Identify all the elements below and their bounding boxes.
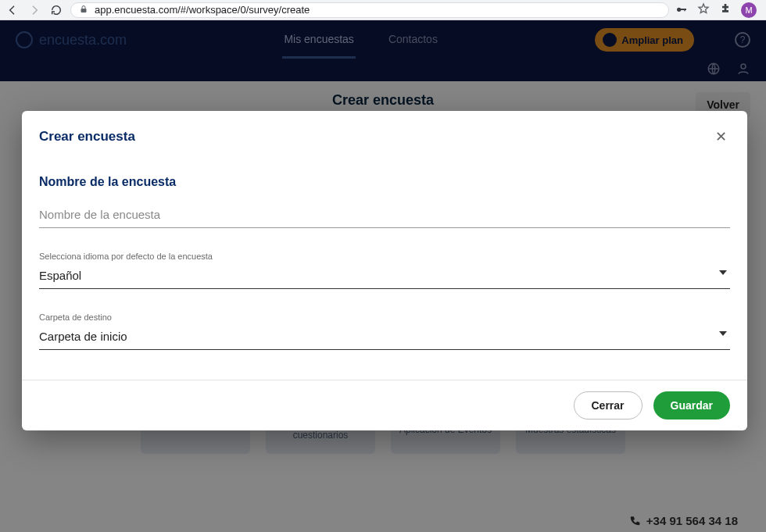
url-text: app.encuesta.com/#/workspace/0/survey/cr… <box>95 4 310 16</box>
modal-title: Crear encuesta <box>39 129 135 145</box>
reload-icon[interactable] <box>48 2 64 18</box>
modal-header: Crear encuesta ✕ <box>22 111 747 158</box>
star-icon[interactable] <box>697 2 710 18</box>
key-icon[interactable] <box>675 2 688 18</box>
chevron-down-icon <box>719 270 727 275</box>
browser-bar: app.encuesta.com/#/workspace/0/survey/cr… <box>0 0 766 20</box>
svg-rect-2 <box>680 9 686 10</box>
language-field: Selecciona idioma por defecto de la encu… <box>39 252 730 289</box>
lock-icon <box>79 5 88 16</box>
forward-arrow-icon[interactable] <box>27 2 42 18</box>
modal-footer: Cerrar Guardar <box>22 380 747 430</box>
profile-avatar[interactable]: M <box>741 2 757 18</box>
svg-rect-0 <box>81 9 87 12</box>
folder-value: Carpeta de inicio <box>39 330 730 343</box>
modal-body: Nombre de la encuesta Selecciona idioma … <box>22 158 747 380</box>
svg-rect-3 <box>684 9 685 11</box>
close-icon[interactable]: ✕ <box>712 125 730 148</box>
chrome-icons: M <box>675 2 761 18</box>
language-hint: Selecciona idioma por defecto de la encu… <box>39 252 730 261</box>
url-bar[interactable]: app.encuesta.com/#/workspace/0/survey/cr… <box>70 2 669 18</box>
folder-field: Carpeta de destino Carpeta de inicio <box>39 312 730 350</box>
extensions-icon[interactable] <box>719 2 732 18</box>
language-select[interactable]: Español <box>39 266 730 289</box>
name-section-label: Nombre de la encuesta <box>39 175 730 189</box>
close-button[interactable]: Cerrar <box>574 391 643 420</box>
folder-hint: Carpeta de destino <box>39 312 730 322</box>
survey-name-input[interactable] <box>39 203 730 228</box>
chevron-down-icon <box>719 331 727 336</box>
name-field <box>39 203 730 228</box>
back-arrow-icon[interactable] <box>5 2 20 18</box>
save-button[interactable]: Guardar <box>653 391 730 420</box>
language-value: Español <box>39 269 730 282</box>
folder-select[interactable]: Carpeta de inicio <box>39 327 730 350</box>
create-survey-modal: Crear encuesta ✕ Nombre de la encuesta S… <box>22 111 747 430</box>
